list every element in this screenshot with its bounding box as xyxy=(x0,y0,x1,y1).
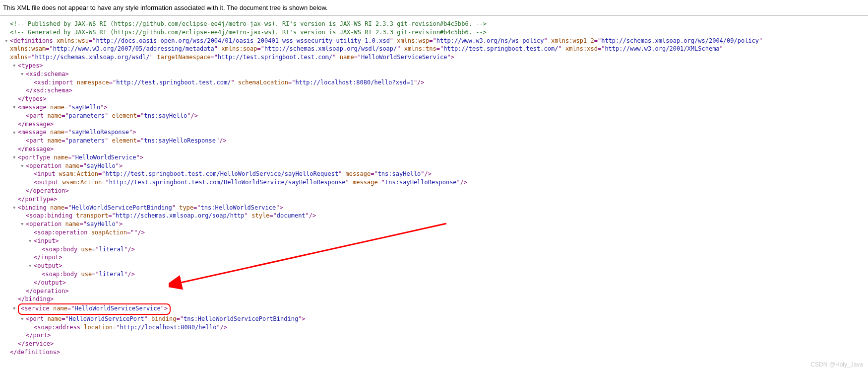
port-open: ▼<port name="HelloWorldServicePort" bind… xyxy=(2,315,866,323)
caret-icon[interactable]: ▼ xyxy=(13,154,18,161)
definitions-close: </definitions> xyxy=(2,348,866,357)
operation-close: </operation> xyxy=(2,287,866,296)
service-open: ▼<service name="HelloWorldServiceService… xyxy=(2,303,866,315)
soap-address: <soap:address location="http://localhost… xyxy=(2,323,866,332)
xml-notice-header: This XML file does not appear to have an… xyxy=(0,0,868,16)
binding-open: ▼<binding name="HelloWorldServicePortBin… xyxy=(2,204,866,212)
porttype-open: ▼<portType name="HelloWorldService"> xyxy=(2,153,866,162)
input-open: ▼<input> xyxy=(2,237,866,245)
operation-output: <output wsam:Action="http://test.springb… xyxy=(2,178,866,187)
soap-body: <soap:body use="literal"/> xyxy=(2,245,866,254)
xsd-import: <xsd:import namespace="http://test.sprin… xyxy=(2,78,866,87)
caret-icon[interactable]: ▼ xyxy=(21,71,26,77)
schema-close: </xsd:schema> xyxy=(2,86,866,95)
soap-binding: <soap:binding transport="http://schemas.… xyxy=(2,212,866,220)
caret-icon[interactable]: ▼ xyxy=(21,221,26,227)
caret-icon[interactable]: ▼ xyxy=(13,205,18,211)
types-open: ▼<types> xyxy=(2,62,866,70)
soap-operation: <soap:operation soapAction=""/> xyxy=(2,228,866,237)
binding-close: </binding> xyxy=(2,295,866,303)
message-open: ▼<message name="sayHelloResponse"> xyxy=(2,128,866,137)
message-open: ▼<message name="sayHello"> xyxy=(2,103,866,112)
service-close: </service> xyxy=(2,340,866,348)
types-close: </types> xyxy=(2,95,866,103)
caret-icon[interactable]: ▼ xyxy=(5,38,10,44)
caret-icon[interactable]: ▼ xyxy=(13,63,18,69)
operation-open: ▼<operation name="sayHello"> xyxy=(2,220,866,228)
xml-comment: <!-- Generated by JAX-WS RI (https://git… xyxy=(2,28,866,37)
xml-comment: <!-- Published by JAX-WS RI (https://git… xyxy=(2,20,866,28)
porttype-close: </portType> xyxy=(2,195,866,204)
caret-icon[interactable]: ▼ xyxy=(29,238,34,244)
xml-tree: <!-- Published by JAX-WS RI (https://git… xyxy=(0,16,868,361)
definitions-open-cont: xmlns:wsam="http://www.w3.org/2007/05/ad… xyxy=(2,45,866,53)
definitions-open: ▼<definitions xmlns:wsu="http://docs.oas… xyxy=(2,37,866,45)
caret-icon[interactable]: ▼ xyxy=(21,163,26,169)
caret-icon[interactable]: ▼ xyxy=(13,104,18,111)
soap-body: <soap:body use="literal"/> xyxy=(2,270,866,279)
caret-icon[interactable]: ▼ xyxy=(13,130,18,136)
xml-notice-text: This XML file does not appear to have an… xyxy=(3,4,328,11)
part-element: <part name="parameters" element="tns:say… xyxy=(2,112,866,120)
port-close: </port> xyxy=(2,331,866,340)
caret-icon[interactable]: ▼ xyxy=(13,305,18,312)
operation-close: </operation> xyxy=(2,187,866,195)
part-element: <part name="parameters" element="tns:say… xyxy=(2,137,866,145)
output-close: </output> xyxy=(2,279,866,287)
operation-open: ▼<operation name="sayHello"> xyxy=(2,162,866,170)
definitions-open-cont: xmlns="http://schemas.xmlsoap.org/wsdl/"… xyxy=(2,53,866,62)
highlight-annotation: <service name="HelloWorldServiceService"… xyxy=(18,303,171,315)
caret-icon[interactable]: ▼ xyxy=(29,263,34,269)
message-close: </message> xyxy=(2,145,866,153)
caret-icon[interactable]: ▼ xyxy=(21,316,26,322)
input-close: </input> xyxy=(2,253,866,262)
message-close: </message> xyxy=(2,120,866,129)
output-open: ▼<output> xyxy=(2,262,866,270)
schema-open: ▼<xsd:schema> xyxy=(2,70,866,78)
operation-input: <input wsam:Action="http://test.springbo… xyxy=(2,170,866,178)
